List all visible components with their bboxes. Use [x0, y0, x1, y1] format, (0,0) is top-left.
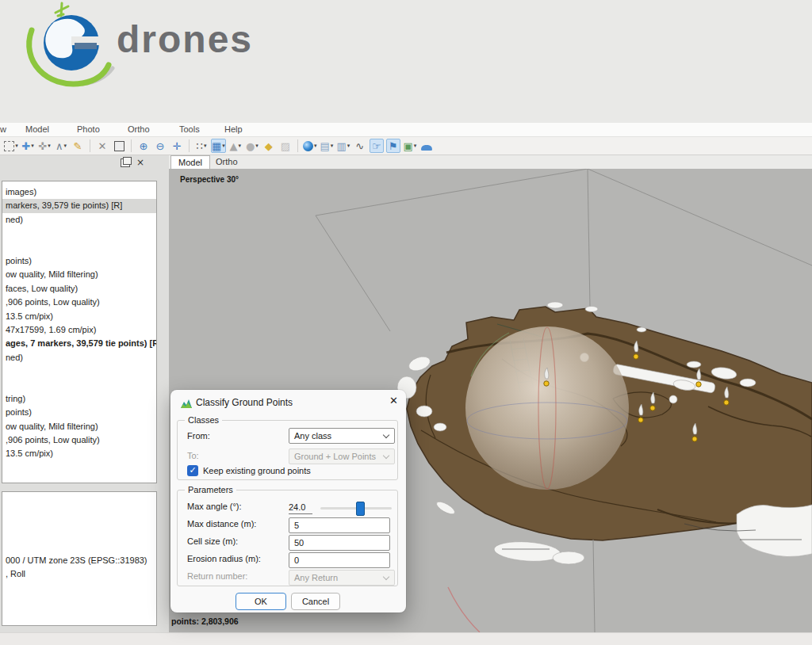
rotation-sphere[interactable] — [465, 326, 629, 490]
reference-panel-spacer — [2, 492, 156, 554]
marker-dot — [692, 437, 697, 441]
tree-item[interactable]: ned) — [2, 351, 156, 364]
menu-item-photo[interactable]: Photo — [77, 124, 100, 134]
measure-angle-tool[interactable]: ∧▾ — [54, 139, 68, 153]
menu-item-tools[interactable]: Tools — [179, 124, 200, 134]
classes-group-label: Classes — [185, 415, 222, 425]
classify-points-tool[interactable]: ☞ — [370, 139, 384, 153]
chevron-down-icon[interactable]: ▾ — [347, 143, 350, 149]
close-icon[interactable]: ✕ — [389, 395, 398, 406]
tree-item[interactable]: ,906 points, Low quality) — [2, 433, 156, 447]
export-view-tool[interactable]: ▣▾ — [403, 139, 417, 153]
tree-item[interactable]: ,906 points, Low quality) — [2, 296, 156, 309]
zoom-in-tool-glyph: ⊕ — [140, 141, 148, 151]
show-mesh-toggle[interactable]: ▲▾ — [228, 139, 243, 153]
show-ortho-toggle[interactable]: ▥▾ — [336, 139, 350, 153]
max-angle-value[interactable]: 24.0 — [289, 501, 312, 514]
ok-button[interactable]: OK — [236, 593, 286, 610]
move-object-tool[interactable]: ✜▾ — [37, 139, 52, 153]
from-label: From: — [187, 431, 210, 441]
slider-handle[interactable] — [356, 502, 365, 516]
capture-view-tool[interactable] — [419, 139, 434, 153]
bottom-strip — [0, 632, 812, 645]
tree-item[interactable]: tring) — [2, 392, 156, 406]
show-basemap-globe-toggle[interactable]: ▾ — [303, 139, 317, 153]
marquee-select-tool[interactable]: ▾ — [4, 139, 18, 153]
marker-dot — [650, 406, 655, 410]
chevron-down-icon — [383, 432, 389, 438]
chevron-down-icon[interactable]: ▾ — [222, 143, 225, 149]
chevron-down-icon[interactable]: ▾ — [331, 143, 334, 149]
tree-item[interactable]: markers, 39,579 tie points) [R] — [2, 199, 156, 212]
chevron-down-icon[interactable]: ▾ — [414, 143, 417, 149]
tree-item[interactable]: 13.5 cm/pix) — [2, 310, 156, 323]
float-panel-icon[interactable] — [121, 158, 130, 167]
reset-view-tool-glyph: ✛ — [173, 141, 182, 151]
menu-item-w[interactable]: w — [0, 124, 6, 134]
cell-size-row: Cell size (m): 50 — [178, 535, 397, 552]
profile-curve-tool[interactable]: ∿ — [353, 139, 367, 153]
show-photos-toggle[interactable]: ▤▾ — [320, 139, 334, 153]
classify-dialog-icon — [180, 398, 193, 409]
close-panel-icon[interactable]: × — [136, 158, 144, 167]
tree-item[interactable]: faces, Low quality) — [2, 282, 156, 296]
show-dense-cloud-toggle[interactable]: ▦▾ — [211, 139, 226, 153]
show-shaded-toggle[interactable]: ●▾ — [245, 139, 259, 153]
show-texture-toggle[interactable]: ▨ — [278, 139, 293, 153]
tree-item[interactable]: points) — [2, 406, 156, 419]
reset-view-tool[interactable]: ✛ — [170, 139, 184, 153]
keep-ground-points-label: Keep existing ground points — [203, 466, 311, 475]
zoom-in-tool[interactable]: ⊕ — [136, 139, 151, 153]
tree-item[interactable]: 13.5 cm/pix) — [2, 447, 156, 460]
chevron-down-icon[interactable]: ▾ — [314, 143, 317, 149]
reference-item: , Roll — [2, 567, 156, 581]
delete-selection-tool[interactable]: ✕ — [95, 139, 109, 153]
max-distance-row: Max distance (m): 5 — [178, 517, 397, 535]
cancel-button[interactable]: Cancel — [291, 593, 340, 610]
tree-item[interactable]: images) — [2, 185, 156, 199]
chevron-down-icon[interactable]: ▾ — [31, 143, 34, 149]
chevron-down-icon[interactable]: ▾ — [239, 143, 242, 149]
draw-pencil-tool[interactable]: ✎ — [71, 139, 85, 153]
chevron-down-icon[interactable]: ▾ — [15, 143, 18, 149]
navigation-tool[interactable]: ✚▾ — [21, 139, 35, 153]
from-class-select[interactable]: Any class — [289, 428, 395, 444]
chevron-down-icon[interactable]: ▾ — [48, 143, 51, 149]
menu-item-model[interactable]: Model — [25, 124, 49, 134]
to-class-select: Ground + Low Points — [289, 448, 395, 464]
tree-item[interactable]: ages, 7 markers, 39,579 tie points) [R] — [2, 337, 156, 350]
zoom-out-tool[interactable]: ⊖ — [153, 139, 167, 153]
tab-ortho[interactable]: Ortho — [209, 155, 245, 168]
erosion-radius-input[interactable]: 0 — [289, 552, 390, 568]
menu-item-ortho[interactable]: Ortho — [128, 124, 150, 134]
cell-size-input[interactable]: 50 — [289, 535, 390, 551]
menu-item-help[interactable]: Help — [224, 124, 243, 134]
flag-marker-tool[interactable]: ⚑ — [386, 139, 400, 153]
tree-item[interactable]: ow quality, Mild filtering) — [2, 268, 156, 281]
classes-group: Classes From: Any class To: Ground + Low… — [177, 420, 398, 480]
tree-item[interactable]: points) — [2, 254, 156, 268]
show-tie-points-toggle[interactable]: ∷▾ — [194, 139, 209, 153]
return-number-label: Return number: — [187, 571, 247, 581]
max-distance-input[interactable]: 5 — [289, 517, 390, 533]
region-resize-tool[interactable] — [112, 139, 126, 153]
points-count-status: points: 2,803,906 — [171, 616, 239, 626]
tree-item[interactable]: 47x17599, 1.69 cm/pix) — [2, 323, 156, 337]
brand-header: drones — [0, 0, 812, 123]
max-angle-slider[interactable] — [320, 507, 392, 510]
tree-item[interactable]: ow quality, Mild filtering) — [2, 420, 156, 433]
show-model-toggle[interactable]: ◆ — [262, 139, 276, 153]
tree-item[interactable]: ned) — [2, 213, 156, 227]
delete-selection-tool-glyph: ✕ — [98, 141, 107, 151]
chevron-down-icon[interactable]: ▾ — [64, 143, 67, 149]
measure-angle-tool-glyph: ∧ — [56, 141, 63, 151]
tab-model[interactable]: Model — [170, 155, 210, 169]
menu-bar: wModelPhotoOrthoToolsHelp — [0, 123, 812, 137]
chevron-down-icon[interactable]: ▾ — [204, 143, 207, 149]
toolbar-separator — [297, 139, 298, 152]
keep-ground-points-checkbox[interactable]: ✓ — [187, 465, 198, 476]
chevron-down-icon[interactable]: ▾ — [255, 143, 259, 149]
dock-header: × — [121, 158, 144, 167]
brand-logo-globe-icon — [19, 2, 124, 97]
rotation-gizmo-arc — [448, 587, 480, 632]
